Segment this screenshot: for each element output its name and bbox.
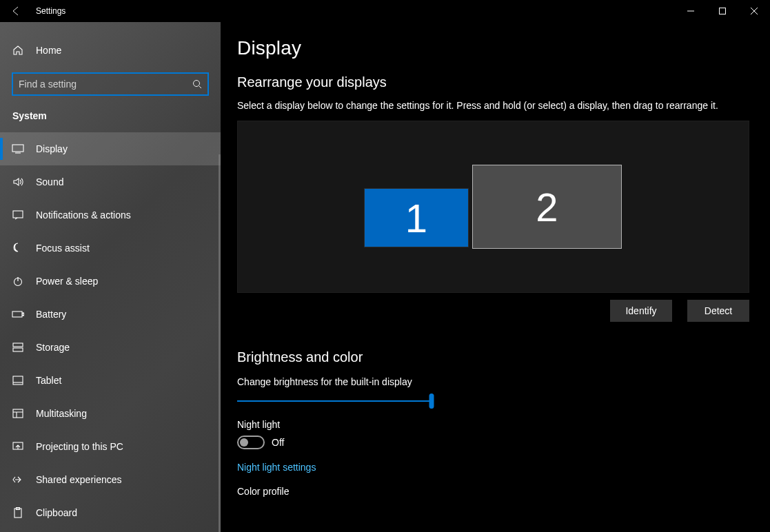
- night-light-state: Off: [272, 437, 284, 448]
- color-profile-label: Color profile: [237, 486, 749, 497]
- svg-rect-9: [13, 376, 23, 385]
- svg-rect-0: [720, 8, 726, 14]
- sound-icon: [10, 176, 26, 187]
- svg-rect-10: [13, 409, 23, 418]
- sidebar-item-label: Shared experiences: [36, 474, 122, 485]
- minimize-button[interactable]: [675, 0, 707, 22]
- battery-icon: [10, 310, 26, 318]
- monitor-1-label: 1: [405, 195, 427, 241]
- sidebar-item-clipboard[interactable]: Clipboard: [0, 496, 221, 529]
- shared-experiences-icon: [10, 474, 26, 485]
- search-icon: [192, 79, 202, 89]
- sidebar-item-label: Multitasking: [36, 408, 87, 419]
- night-light-settings-link[interactable]: Night light settings: [237, 462, 316, 473]
- sidebar-item-sound[interactable]: Sound: [0, 165, 221, 198]
- main-content: Display Rearrange your displays Select a…: [221, 22, 770, 532]
- window-title: Settings: [33, 6, 65, 16]
- sidebar-section-title: System: [0, 95, 221, 128]
- sidebar-item-shared-experiences[interactable]: Shared experiences: [0, 463, 221, 496]
- sidebar-item-multitasking[interactable]: Multitasking: [0, 397, 221, 430]
- detect-button[interactable]: Detect: [687, 300, 749, 322]
- page-title: Display: [237, 37, 749, 59]
- multitasking-icon: [10, 409, 26, 418]
- brightness-slider-thumb[interactable]: [429, 393, 434, 409]
- sidebar-item-display[interactable]: Display: [0, 132, 221, 165]
- storage-icon: [10, 342, 26, 352]
- svg-point-1: [194, 81, 200, 87]
- monitor-2-label: 2: [536, 184, 558, 230]
- svg-rect-8: [13, 348, 23, 351]
- svg-rect-6: [23, 313, 24, 316]
- brightness-slider[interactable]: [237, 394, 432, 408]
- sidebar-item-power-sleep[interactable]: Power & sleep: [0, 265, 221, 298]
- svg-rect-5: [12, 311, 22, 317]
- sidebar-item-tablet[interactable]: Tablet: [0, 364, 221, 397]
- focus-assist-icon: [10, 243, 26, 254]
- night-light-label: Night light: [237, 419, 749, 430]
- power-icon: [10, 276, 26, 287]
- rearrange-heading: Rearrange your displays: [237, 74, 749, 90]
- titlebar: Settings: [0, 0, 770, 22]
- sidebar-item-label: Storage: [36, 342, 70, 353]
- night-light-toggle[interactable]: [237, 436, 265, 449]
- sidebar-item-label: Battery: [36, 309, 66, 320]
- sidebar-item-projecting[interactable]: Projecting to this PC: [0, 430, 221, 463]
- sidebar-item-label: Sound: [36, 176, 63, 187]
- svg-rect-7: [13, 343, 23, 347]
- sidebar-item-label: Display: [36, 143, 68, 154]
- sidebar-item-battery[interactable]: Battery: [0, 298, 221, 331]
- svg-rect-2: [12, 145, 23, 152]
- tablet-icon: [10, 376, 26, 385]
- sidebar-item-storage[interactable]: Storage: [0, 331, 221, 364]
- sidebar-item-label: Tablet: [36, 375, 61, 386]
- sidebar-item-label: Power & sleep: [36, 276, 98, 287]
- sidebar-item-label: Focus assist: [36, 243, 90, 254]
- notifications-icon: [10, 209, 26, 221]
- svg-rect-3: [13, 211, 23, 218]
- close-button[interactable]: [738, 0, 770, 22]
- sidebar-item-label: Projecting to this PC: [36, 441, 123, 452]
- sidebar-item-focus-assist[interactable]: Focus assist: [0, 232, 221, 265]
- projecting-icon: [10, 442, 26, 451]
- monitor-1[interactable]: 1: [364, 188, 469, 247]
- clipboard-icon: [10, 507, 26, 518]
- home-label: Home: [36, 45, 61, 56]
- settings-window: Settings Home: [0, 0, 770, 532]
- sidebar-item-label: Notifications & actions: [36, 209, 131, 221]
- home-icon: [10, 45, 26, 56]
- back-button[interactable]: [0, 0, 33, 22]
- sidebar-item-label: Clipboard: [36, 507, 77, 518]
- maximize-button[interactable]: [707, 0, 738, 22]
- identify-button[interactable]: Identify: [610, 300, 672, 322]
- sidebar-item-notifications[interactable]: Notifications & actions: [0, 198, 221, 232]
- brightness-label: Change brightness for the built-in displ…: [237, 376, 749, 387]
- nav-list: Display Sound Notifications & actions Fo…: [0, 128, 221, 529]
- search-input[interactable]: [12, 73, 208, 95]
- display-arrangement-area[interactable]: 1 2: [237, 121, 749, 293]
- sidebar: Home System Display Sound Notificat: [0, 22, 221, 532]
- search-input-field[interactable]: [19, 79, 192, 90]
- rearrange-help-text: Select a display below to change the set…: [237, 100, 749, 111]
- display-icon: [10, 144, 26, 154]
- monitor-2[interactable]: 2: [472, 165, 622, 249]
- brightness-heading: Brightness and color: [237, 349, 749, 365]
- home-nav[interactable]: Home: [0, 34, 221, 66]
